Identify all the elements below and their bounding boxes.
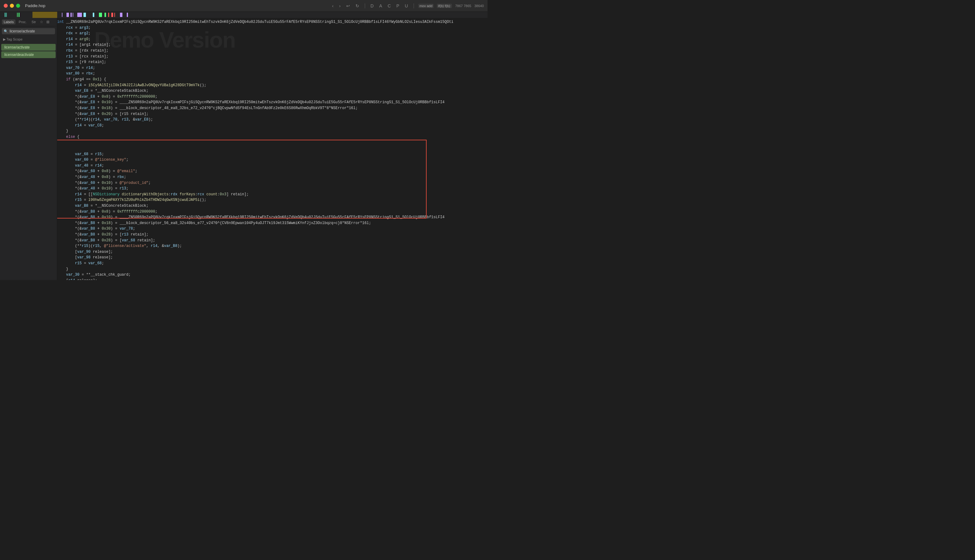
tab-proc[interactable]: Proc. bbox=[17, 20, 28, 24]
refresh-button[interactable]: ↻ bbox=[354, 3, 360, 9]
minimap-bar[interactable] bbox=[0, 12, 488, 18]
num2-label: 38640 bbox=[474, 4, 484, 8]
star-icon[interactable]: ☆ bbox=[39, 19, 44, 25]
sidebar-item-license-activate[interactable]: license/activate bbox=[1, 44, 56, 51]
search-box[interactable]: 🔍 ✕ bbox=[2, 28, 55, 34]
search-icon: 🔍 bbox=[4, 29, 8, 33]
c-button[interactable]: C bbox=[387, 3, 392, 9]
tab-str[interactable]: Str bbox=[30, 20, 38, 24]
search-input[interactable] bbox=[10, 29, 56, 33]
nav-forward-button[interactable]: › bbox=[338, 3, 342, 9]
num1-label: 7867 7865 bbox=[455, 4, 471, 8]
sidebar-items: license/activate license/deactivate bbox=[0, 44, 57, 58]
ifb-label: if(b) f(b): bbox=[437, 4, 452, 8]
a-button[interactable]: A bbox=[378, 3, 383, 9]
maximize-button[interactable] bbox=[16, 4, 20, 8]
app-title: Paddle.hop bbox=[25, 3, 45, 8]
traffic-lights bbox=[4, 4, 20, 8]
sidebar-tabs: Labels Proc. Str ☆ ⊞ bbox=[0, 18, 57, 26]
tab-labels[interactable]: Labels bbox=[2, 20, 15, 24]
separator2 bbox=[413, 3, 414, 8]
titlebar-right-controls: ‹ › ↩ ↻ D A C P U mov add if(b) f(b): 78… bbox=[331, 3, 484, 9]
sidebar: Labels Proc. Str ☆ ⊞ 🔍 ✕ ▶ Tag Scope lic… bbox=[0, 18, 57, 280]
options-icon[interactable]: ⊞ bbox=[45, 19, 50, 25]
nav-back-button[interactable]: ‹ bbox=[331, 3, 335, 9]
sidebar-item-label: license/deactivate bbox=[4, 53, 34, 57]
code-content[interactable]: int __ZN50R69n2aPQ8Uv7rqkIoxmPIFsjGiSQyc… bbox=[57, 18, 488, 280]
undo-button[interactable]: ↩ bbox=[345, 3, 351, 9]
u-button[interactable]: U bbox=[404, 3, 409, 9]
code-area[interactable]: Demo Version int __ZN50R69n2aPQ8Uv7rqkIo… bbox=[57, 18, 488, 280]
titlebar: Paddle.hop ‹ › ↩ ↻ D A C P U mov add if(… bbox=[0, 0, 488, 12]
p-button[interactable]: P bbox=[395, 3, 400, 9]
tag-scope-label[interactable]: ▶ Tag Scope bbox=[0, 36, 57, 43]
sidebar-item-label: license/activate bbox=[4, 45, 30, 50]
mov-add-label: mov add bbox=[418, 4, 434, 8]
main-layout: Labels Proc. Str ☆ ⊞ 🔍 ✕ ▶ Tag Scope lic… bbox=[0, 18, 488, 280]
chevron-right-icon: ▶ bbox=[3, 37, 7, 41]
sidebar-item-license-deactivate[interactable]: license/deactivate bbox=[1, 51, 56, 58]
close-button[interactable] bbox=[4, 4, 8, 8]
tag-scope-text: Tag Scope bbox=[7, 37, 23, 41]
separator bbox=[365, 3, 365, 8]
minimize-button[interactable] bbox=[10, 4, 14, 8]
d-button[interactable]: D bbox=[369, 3, 375, 9]
